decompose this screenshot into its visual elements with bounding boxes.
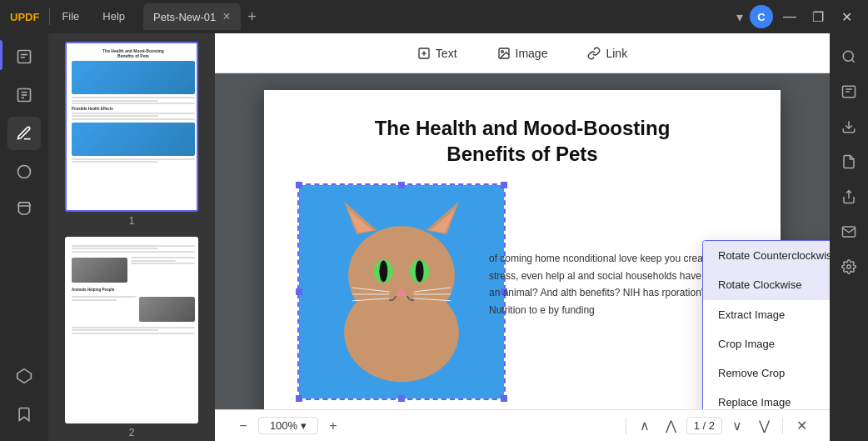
thumb-label-1: 1: [129, 215, 135, 227]
page-next-single-btn[interactable]: ∨: [726, 414, 749, 438]
image-tool-btn[interactable]: Image: [487, 42, 558, 65]
context-menu-item-rotate-cw[interactable]: Rotate Clockwise: [703, 270, 830, 299]
avatar: C: [750, 5, 773, 28]
menu-help[interactable]: Help: [91, 0, 137, 33]
titlebar: UPDF File Help Pets-New-01 × + ▾ C — ❐ ✕: [0, 0, 868, 33]
window-controls: C — ❐ ✕: [750, 5, 868, 28]
link-icon: [587, 47, 601, 60]
zoom-dropdown-arrow[interactable]: ▾: [301, 419, 307, 432]
thumb-img-1: The Health and Mood-BoostingBenefits of …: [65, 42, 198, 212]
pdf-title: The Health and Mood-Boosting Benefits of…: [297, 115, 747, 167]
pdf-viewer[interactable]: The Health and Mood-Boosting Benefits of…: [215, 73, 830, 409]
zoom-controls: − 100% ▾ +: [232, 414, 345, 438]
svg-point-25: [416, 261, 424, 283]
page-controls: ∧ ⋀ 1 / 2 ∨ ⋁ ✕: [622, 414, 813, 438]
zoom-display: 100% ▾: [258, 417, 318, 434]
handle-bm[interactable]: [398, 395, 405, 402]
text-tool-btn[interactable]: Text: [407, 42, 467, 65]
context-menu-item-rotate-ccw[interactable]: Rotate Counterclockwise: [703, 241, 830, 270]
right-settings-icon[interactable]: [834, 252, 864, 282]
minimize-btn[interactable]: —: [778, 5, 801, 28]
handle-tm[interactable]: [398, 182, 405, 188]
titlebar-menu: File Help: [50, 0, 137, 33]
app-logo: UPDF: [0, 11, 49, 23]
handle-ml[interactable]: [296, 288, 302, 295]
sidebar-icon-annotate[interactable]: [7, 117, 41, 150]
right-sidebar: [830, 33, 868, 441]
svg-point-24: [379, 261, 387, 283]
right-share-icon[interactable]: [834, 182, 864, 212]
context-menu-item-remove-crop[interactable]: Remove Crop: [703, 358, 830, 388]
page-prev-double-btn[interactable]: ⋀: [660, 414, 683, 438]
svg-point-33: [843, 51, 853, 61]
tab-area: Pets-New-01 × +: [137, 3, 730, 30]
link-btn-label: Link: [606, 47, 627, 60]
tab-add-btn[interactable]: +: [241, 5, 264, 28]
link-tool-btn[interactable]: Link: [577, 42, 637, 65]
thumb-page-content-1: The Health and Mood-BoostingBenefits of …: [67, 43, 198, 210]
handle-tr[interactable]: [501, 182, 507, 188]
sidebar-icon-shapes[interactable]: [7, 155, 41, 188]
zoom-value: 100%: [270, 419, 297, 432]
image-selection-box[interactable]: [297, 183, 506, 400]
thumb-img-2: Animals Helping People: [65, 237, 198, 423]
sidebar-icon-layers[interactable]: [7, 359, 41, 393]
menu-file[interactable]: File: [50, 0, 91, 33]
bottom-bar: − 100% ▾ + ∧ ⋀ 1 / 2 ∨ ⋁ ✕: [215, 409, 830, 441]
thumbnail-page-2[interactable]: Animals Helping People: [55, 237, 208, 438]
right-mail-icon[interactable]: [834, 217, 864, 247]
pdf-tab[interactable]: Pets-New-01 ×: [143, 3, 240, 30]
right-file-icon[interactable]: [834, 147, 864, 177]
toolbar: Text Image Link: [215, 33, 830, 73]
image-btn-label: Image: [516, 47, 548, 60]
handle-tl[interactable]: [296, 182, 302, 188]
svg-point-7: [18, 166, 31, 178]
tab-label: Pets-New-01: [153, 11, 216, 23]
context-menu-item-crop[interactable]: Crop Image: [703, 329, 830, 358]
main-layout: The Health and Mood-BoostingBenefits of …: [0, 33, 868, 441]
cat-image: [299, 185, 504, 398]
right-download-icon[interactable]: [834, 112, 864, 142]
page-controls-divider2: [782, 418, 783, 434]
zoom-in-btn[interactable]: +: [322, 414, 345, 438]
right-search-icon[interactable]: [834, 42, 864, 72]
svg-point-40: [847, 265, 851, 269]
text-btn-label: Text: [436, 47, 457, 60]
page-display: 1 / 2: [686, 417, 722, 434]
svg-line-34: [851, 59, 854, 62]
handle-bl[interactable]: [296, 395, 302, 402]
thumb-label-2: 2: [129, 427, 135, 438]
page-controls-divider: [626, 418, 626, 434]
svg-point-13: [501, 50, 503, 53]
right-ocr-icon[interactable]: [834, 77, 864, 107]
page-close-btn[interactable]: ✕: [790, 414, 813, 438]
context-menu-item-replace[interactable]: Replace Image: [703, 388, 830, 409]
thumbnail-page-1[interactable]: The Health and Mood-BoostingBenefits of …: [55, 42, 208, 227]
image-icon: [497, 47, 511, 60]
sidebar-bottom: [7, 359, 41, 441]
maximize-btn[interactable]: ❐: [806, 5, 830, 28]
content-area: Text Image Link The Health and Mood-Boos…: [215, 33, 830, 441]
tab-close-btn[interactable]: ×: [222, 9, 230, 24]
zoom-out-btn[interactable]: −: [232, 414, 255, 438]
thumb-page-content-2: Animals Helping People: [67, 238, 198, 422]
sidebar-icon-bookmark[interactable]: [7, 398, 41, 431]
svg-point-17: [348, 227, 455, 325]
pdf-text-block: of coming home nconditional love keep yo…: [489, 250, 722, 318]
left-sidebar: [0, 33, 48, 441]
thumbnail-panel: The Health and Mood-BoostingBenefits of …: [48, 33, 215, 441]
close-btn[interactable]: ✕: [835, 5, 858, 28]
cat-svg: [299, 185, 504, 398]
active-indicator: [0, 40, 2, 70]
svg-marker-8: [17, 369, 32, 383]
page-prev-single-btn[interactable]: ∧: [633, 414, 656, 438]
context-menu: Rotate Counterclockwise Rotate Clockwise…: [702, 240, 830, 409]
context-menu-item-extract[interactable]: Extract Image: [703, 300, 830, 329]
sidebar-icon-note[interactable]: [7, 78, 41, 112]
handle-br[interactable]: [501, 395, 507, 402]
page-next-double-btn[interactable]: ⋁: [752, 414, 776, 438]
text-icon: [417, 47, 431, 60]
tab-dropdown-btn[interactable]: ▾: [730, 7, 750, 27]
sidebar-icon-edit[interactable]: [7, 40, 41, 73]
sidebar-icon-stamp[interactable]: [7, 193, 41, 227]
